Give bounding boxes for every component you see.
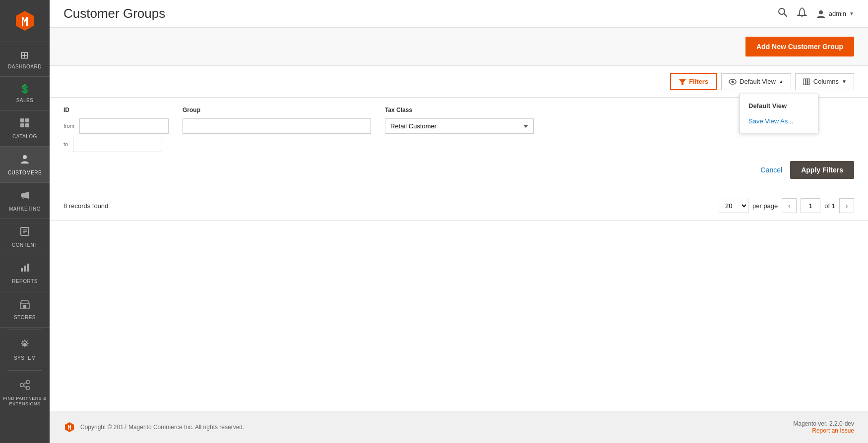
filter-tax-class-group: Tax Class Retail Customer None Taxable G… <box>385 107 534 134</box>
footer-left: Copyright © 2017 Magento Commerce Inc. A… <box>63 421 244 433</box>
dashboard-icon: ⊞ <box>20 49 29 61</box>
sidebar-item-content[interactable]: CONTENT <box>0 219 50 255</box>
filter-id-from-input[interactable] <box>79 118 169 134</box>
per-page-select[interactable]: 20 30 50 100 200 <box>719 199 748 213</box>
sidebar-item-label: CUSTOMERS <box>8 170 42 175</box>
sidebar: ⊞ DASHBOARD 💲 SALES CATALOG CUSTOMERS <box>0 0 50 443</box>
sidebar-item-sales[interactable]: 💲 SALES <box>0 77 50 111</box>
filter-actions: Cancel Apply Filters <box>63 161 854 179</box>
sidebar-item-label: SALES <box>16 98 34 103</box>
dropdown-item-default-view[interactable]: Default View <box>740 98 818 113</box>
page-actions-bar: Add New Customer Group <box>50 28 868 66</box>
sidebar-item-label: CATALOG <box>12 134 37 139</box>
svg-rect-20 <box>26 387 29 389</box>
per-page-label: per page <box>752 202 778 210</box>
sidebar-item-partners[interactable]: FIND PARTNERS & EXTENSIONS <box>0 373 50 414</box>
sidebar-item-label: SYSTEM <box>14 355 36 361</box>
filter-row: ID from to Group Ta <box>63 107 854 152</box>
prev-page-button[interactable]: ‹ <box>782 198 797 213</box>
sidebar-item-reports[interactable]: REPORTS <box>0 255 50 291</box>
cancel-filter-button[interactable]: Cancel <box>761 162 783 178</box>
svg-line-24 <box>784 14 787 17</box>
partners-icon <box>19 380 30 393</box>
filter-id-from-row: from <box>63 118 169 134</box>
topbar: Customer Groups admin ▼ <box>50 0 868 28</box>
default-view-dropdown: Default View Save View As... <box>739 94 818 133</box>
catalog-icon <box>19 117 30 131</box>
main-content: Customer Groups admin ▼ <box>50 0 868 443</box>
reports-icon <box>19 262 30 276</box>
filter-tax-class-select[interactable]: Retail Customer None Taxable Goods <box>385 118 534 134</box>
search-icon[interactable] <box>777 7 788 20</box>
caret-down-icon: ▼ <box>842 79 847 84</box>
filter-group-label: Group <box>183 107 371 113</box>
sidebar-item-label: CONTENT <box>12 242 38 248</box>
apply-filters-button[interactable]: Apply Filters <box>790 161 854 179</box>
sales-icon: 💲 <box>19 84 31 95</box>
filters-button[interactable]: Filters <box>670 73 717 90</box>
user-label: admin <box>829 10 846 17</box>
toolbar: Filters Default View ▲ Columns ▼ Default <box>50 66 868 98</box>
filter-group-input[interactable] <box>183 118 371 134</box>
report-issue-link[interactable]: Report an Issue <box>793 427 854 434</box>
marketing-icon <box>19 190 30 203</box>
sidebar-item-label: MARKETING <box>9 206 41 212</box>
content-area: Filters Default View ▲ Columns ▼ Default <box>50 66 868 411</box>
sidebar-item-marketing[interactable]: MARKETING <box>0 183 50 219</box>
svg-marker-26 <box>679 79 686 85</box>
filter-id-group: ID from to <box>63 107 169 152</box>
svg-rect-18 <box>20 384 23 387</box>
footer-right: Magento ver. 2.2.0-dev Report an Issue <box>793 420 854 434</box>
sidebar-item-system[interactable]: SYSTEM <box>0 332 50 368</box>
add-customer-group-button[interactable]: Add New Customer Group <box>745 37 854 56</box>
pagination: 20 30 50 100 200 per page ‹ of 1 › <box>719 198 854 213</box>
footer-copyright: Copyright © 2017 Magento Commerce Inc. A… <box>80 424 244 431</box>
page-of-label: of 1 <box>824 202 835 210</box>
user-caret-icon: ▼ <box>849 11 854 16</box>
sidebar-item-catalog[interactable]: CATALOG <box>0 111 50 147</box>
caret-up-icon: ▲ <box>779 79 784 84</box>
svg-rect-19 <box>26 381 29 384</box>
sidebar-item-label: STORES <box>14 315 36 320</box>
stores-icon <box>19 298 30 312</box>
default-view-button[interactable]: Default View ▲ <box>721 73 791 90</box>
customers-icon <box>19 154 30 167</box>
topbar-actions: admin ▼ <box>777 7 854 20</box>
page-title: Customer Groups <box>63 6 165 21</box>
eye-icon <box>729 78 737 86</box>
svg-rect-12 <box>21 268 23 272</box>
svg-point-6 <box>23 155 27 159</box>
sidebar-divider <box>7 330 42 330</box>
user-icon <box>816 9 826 19</box>
svg-rect-14 <box>27 264 29 272</box>
sidebar-item-customers[interactable]: CUSTOMERS <box>0 147 50 183</box>
svg-rect-3 <box>25 118 29 122</box>
svg-rect-7 <box>21 194 22 197</box>
content-icon <box>19 226 30 239</box>
filter-icon <box>679 78 686 85</box>
footer-logo <box>63 421 75 433</box>
svg-line-21 <box>23 382 26 385</box>
filter-group-group: Group <box>183 107 371 134</box>
records-row: 8 records found 20 30 50 100 200 per pag… <box>50 191 868 221</box>
sidebar-item-dashboard[interactable]: ⊞ DASHBOARD <box>0 42 50 77</box>
svg-line-22 <box>23 385 26 388</box>
svg-rect-4 <box>20 123 24 127</box>
filter-id-to-label: to <box>63 141 68 147</box>
bell-icon[interactable] <box>797 7 807 20</box>
sidebar-item-label: REPORTS <box>12 278 38 284</box>
footer-version: Magento ver. 2.2.0-dev <box>793 420 854 427</box>
filter-id-to-input[interactable] <box>73 137 162 152</box>
current-page-input[interactable] <box>801 198 820 213</box>
svg-rect-5 <box>25 123 29 127</box>
dropdown-item-save-view[interactable]: Save View As... <box>740 113 818 129</box>
user-menu[interactable]: admin ▼ <box>816 9 854 19</box>
sidebar-item-label: DASHBOARD <box>8 64 42 69</box>
sidebar-item-stores[interactable]: STORES <box>0 291 50 328</box>
next-page-button[interactable]: › <box>839 198 854 213</box>
filter-tax-class-label: Tax Class <box>385 107 534 113</box>
sidebar-logo <box>0 0 50 42</box>
columns-button[interactable]: Columns ▼ <box>795 73 854 90</box>
svg-rect-13 <box>24 266 26 272</box>
svg-point-25 <box>819 10 823 14</box>
